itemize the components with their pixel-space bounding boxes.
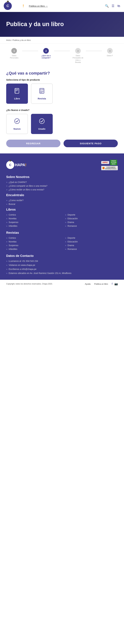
revistas-links-col2: Deporte Educación Drama Romance <box>65 237 118 250</box>
back-button[interactable]: REGRESAR <box>6 140 60 147</box>
footer: 🎓 C HAPA! ASPEC GREENACTIONWEEK CONSUMER… <box>0 154 124 280</box>
contact-website-text: Visitanos en www.chapa.pe <box>9 264 35 266</box>
condition-types: Nuevo Usado <box>6 114 118 134</box>
libros-deporte[interactable]: Deporte <box>65 214 118 216</box>
footer-social: f 📷 <box>112 282 118 286</box>
step-4[interactable]: 4 Datos F <box>102 48 118 57</box>
contact-email[interactable]: Escribenos a info@chapa.pe <box>6 268 118 270</box>
libros-romance[interactable]: Romance <box>65 225 118 227</box>
revistas-infantiles[interactable]: Infantiles <box>6 248 59 250</box>
footer-bottom: Copiyright, todos los derechos reservado… <box>0 280 124 288</box>
product-card-revista-label: Revista <box>38 97 46 100</box>
step-4-label: Datos F <box>107 54 113 57</box>
datos-contacto-title: Datos de Contacto <box>6 254 118 258</box>
footer-logo-letter: C <box>9 163 11 167</box>
sobre-nosotros-title: Sobre Nosotros <box>6 175 118 179</box>
step-1-circle: 1 <box>11 48 17 54</box>
step-line-2 <box>54 51 70 51</box>
breadcrumb-home[interactable]: Inicio <box>6 39 11 41</box>
product-card-libro[interactable]: Libro <box>6 84 28 104</box>
book-icon <box>14 88 20 96</box>
step-3[interactable]: 3 Datos Principales de Libro y Revista <box>70 48 86 63</box>
consumers-badge: CONSUMERSINTERNATIONAL <box>101 166 118 170</box>
contact-phone[interactable]: LLamanos al +51 934 543 234 <box>6 260 118 262</box>
condition-label: ¿Es Nuevo o Usado? <box>6 109 118 111</box>
libros-comics[interactable]: Comics <box>6 214 59 216</box>
revistas-drama[interactable]: Drama <box>65 244 118 246</box>
publish-link[interactable]: Publica un libro → <box>29 5 48 7</box>
step-line-1 <box>22 51 38 51</box>
footer-logo-hat-icon: 🎓 <box>9 159 12 162</box>
green-week-badge: GREENACTIONWEEK <box>110 160 117 165</box>
step-1-label: Datos Personales <box>9 54 19 59</box>
encuentralo-title: Encuéntralo <box>6 193 118 197</box>
revistas-romance[interactable]: Romance <box>65 248 118 250</box>
cart-icon[interactable]: 🛍 <box>117 4 120 8</box>
footer-logo-exclaim: ! <box>25 163 26 167</box>
menu-icon[interactable]: ☰ <box>112 4 114 8</box>
libros-title: Libros <box>6 208 118 211</box>
next-button[interactable]: SIGUIENTE PASO <box>64 140 118 147</box>
logo[interactable]: 🎓 C HAPA! <box>4 2 24 10</box>
libros-drama[interactable]: Drama <box>65 221 118 224</box>
link-buscar[interactable]: Buscar <box>6 203 118 205</box>
link-que-es[interactable]: ¿Qué es CHAPA!? <box>6 181 118 184</box>
footer-logo-circle: 🎓 C <box>6 161 14 169</box>
nuevo-check-icon <box>14 118 20 126</box>
product-card-libro-label: Libro <box>14 97 20 100</box>
contact-website[interactable]: Visitanos en www.chapa.pe <box>6 264 118 266</box>
publish-link-text: Publica un libro → <box>29 5 48 7</box>
libros-infantiles[interactable]: Infantiles <box>6 225 59 227</box>
libros-suspenso[interactable]: Suspenso <box>6 221 59 224</box>
contact-phone-text: LLamanos al +51 934 543 234 <box>9 260 38 262</box>
revistas-suspenso[interactable]: Suspenso <box>6 244 59 246</box>
step-2-circle: 2 <box>43 48 49 54</box>
link-como-recibir[interactable]: ¿Cómo recibir un libro o una revista? <box>6 188 118 191</box>
step-4-circle: 4 <box>107 48 113 54</box>
hero-section: Publica y da un libro <box>0 12 124 37</box>
sobre-nosotros-links: ¿Qué es CHAPA!? ¿Cómo compartir un libro… <box>6 181 118 191</box>
contact-address-text: Estamos ubicados en Av. José Ramirez Gas… <box>9 272 71 274</box>
step-2[interactable]: 2 ¿Qué vas a compartir? <box>38 48 54 59</box>
product-card-revista[interactable]: Revista <box>31 84 53 104</box>
aspec-badge: ASPEC <box>101 161 109 164</box>
search-icon[interactable]: 🔍 <box>105 4 109 8</box>
revistas-col1: Comics Novelas Suspenso Infantiles <box>6 237 59 253</box>
revistas-col2: Deporte Educación Drama Romance <box>65 237 118 253</box>
condition-card-usado[interactable]: Usado <box>31 114 53 134</box>
encuentralo-links: ¿Como recibir? Buscar <box>6 199 118 205</box>
contact-address[interactable]: Estamos ubicados en Av. José Ramirez Gas… <box>6 272 118 274</box>
step-3-circle: 3 <box>75 48 81 54</box>
libros-educacion[interactable]: Educación <box>65 217 118 220</box>
libros-novelas[interactable]: Novelas <box>6 217 59 220</box>
consumers-circle-icon <box>103 167 105 169</box>
revistas-deporte[interactable]: Deporte <box>65 237 118 239</box>
footer-ayuda-link[interactable]: Ayuda <box>85 283 91 285</box>
product-types: Libro Revista <box>6 84 118 104</box>
logo-hat-icon: 🎓 <box>6 0 9 3</box>
link-como-recibir2[interactable]: ¿Como recibir? <box>6 199 118 202</box>
revistas-novelas[interactable]: Novelas <box>6 240 59 243</box>
libros-cols: Comics Novelas Suspenso Infantiles Depor… <box>6 214 118 230</box>
footer-partner-badges: ASPEC GREENACTIONWEEK CONSUMERSINTERNATI… <box>101 160 118 170</box>
libros-col1: Comics Novelas Suspenso Infantiles <box>6 214 59 230</box>
condition-card-nuevo[interactable]: Nuevo <box>6 114 28 134</box>
revistas-comics[interactable]: Comics <box>6 237 59 239</box>
footer-publica-link[interactable]: Publica un libro <box>94 283 108 285</box>
libros-links-col1: Comics Novelas Suspenso Infantiles <box>6 214 59 227</box>
revistas-cols: Comics Novelas Suspenso Infantiles Depor… <box>6 237 118 253</box>
hero-title: Publica y da un libro <box>6 21 118 28</box>
step-1[interactable]: 1 Datos Personales <box>6 48 22 59</box>
step-line-3 <box>86 51 102 51</box>
revistas-title: Revistas <box>6 231 118 234</box>
form-buttons: REGRESAR SIGUIENTE PASO <box>6 140 118 147</box>
logo-name: HAPA! <box>12 4 24 8</box>
instagram-icon[interactable]: 📷 <box>114 282 118 286</box>
footer-bottom-links: Ayuda Publica un libro f 📷 <box>85 282 118 286</box>
product-type-label: Selecciona el tipo de producto <box>6 78 118 81</box>
link-como-compartir[interactable]: ¿Cómo compartir un libro o una revista? <box>6 185 118 187</box>
footer-logo[interactable]: 🎓 C HAPA! <box>6 161 26 169</box>
section-title: ¿Qué vas a compartir? <box>6 71 118 76</box>
revistas-educacion[interactable]: Educación <box>65 240 118 243</box>
facebook-icon[interactable]: f <box>112 282 113 286</box>
